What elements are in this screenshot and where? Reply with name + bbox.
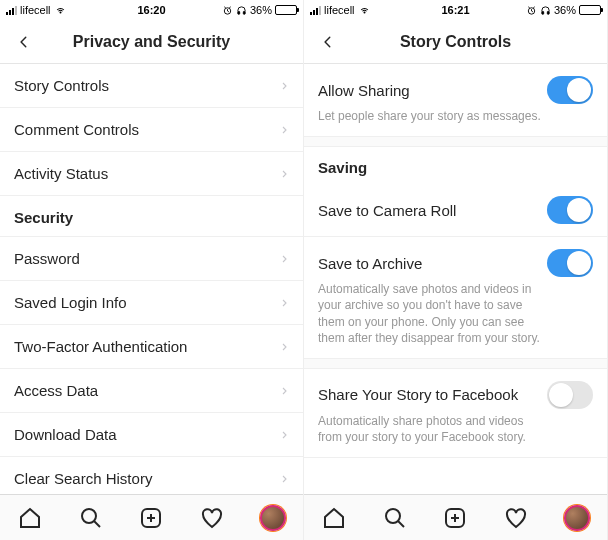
row-story-controls[interactable]: Story Controls — [0, 64, 303, 108]
settings-list: Allow Sharing Let people share your stor… — [304, 64, 607, 494]
back-button[interactable] — [312, 20, 344, 63]
row-label: Two-Factor Authentication — [14, 338, 280, 355]
home-icon — [322, 506, 346, 530]
chevron-right-icon — [280, 79, 289, 93]
home-icon — [18, 506, 42, 530]
nav-home[interactable] — [321, 505, 347, 531]
row-title: Share Your Story to Facebook — [318, 386, 518, 403]
chevron-right-icon — [280, 472, 289, 486]
toggle-allow-sharing[interactable] — [547, 76, 593, 104]
chevron-left-icon — [321, 32, 335, 52]
battery-icon — [275, 5, 297, 15]
screen-privacy: lifecell 16:20 36% Privacy and Security … — [0, 0, 304, 540]
screen-story-controls: lifecell 16:21 36% Story Controls Allow … — [304, 0, 608, 540]
nav-profile[interactable] — [260, 505, 286, 531]
row-label: Activity Status — [14, 165, 280, 182]
search-icon — [79, 506, 103, 530]
battery-icon — [579, 5, 601, 15]
row-label: Access Data — [14, 382, 280, 399]
bottom-nav — [304, 494, 607, 540]
row-save-camera-roll: Save to Camera Roll — [304, 184, 607, 237]
nav-search[interactable] — [382, 505, 408, 531]
page-title: Story Controls — [400, 33, 511, 51]
toggle-save-camera[interactable] — [547, 196, 593, 224]
settings-list: Story Controls Comment Controls Activity… — [0, 64, 303, 494]
chevron-right-icon — [280, 167, 289, 181]
nav-activity[interactable] — [503, 505, 529, 531]
heart-icon — [200, 506, 224, 530]
section-saving: Saving — [304, 147, 607, 184]
nav-home[interactable] — [17, 505, 43, 531]
row-comment-controls[interactable]: Comment Controls — [0, 108, 303, 152]
row-share-facebook: Share Your Story to Facebook Automatical… — [304, 369, 607, 458]
row-label: Comment Controls — [14, 121, 280, 138]
status-bar: lifecell 16:20 36% — [0, 0, 303, 20]
header: Story Controls — [304, 20, 607, 64]
avatar — [564, 505, 590, 531]
svg-line-5 — [94, 521, 100, 527]
clock: 16:21 — [304, 4, 607, 16]
row-title: Save to Archive — [318, 255, 422, 272]
row-allow-sharing: Allow Sharing Let people share your stor… — [304, 64, 607, 137]
row-subtitle: Automatically save photos and videos in … — [318, 281, 593, 346]
svg-line-14 — [398, 521, 404, 527]
chevron-right-icon — [280, 340, 289, 354]
header: Privacy and Security — [0, 20, 303, 64]
row-subtitle: Let people share your story as messages. — [318, 108, 593, 124]
row-title: Allow Sharing — [318, 82, 410, 99]
row-password[interactable]: Password — [0, 237, 303, 281]
plus-square-icon — [443, 506, 467, 530]
section-gap — [304, 359, 607, 369]
toggle-share-facebook[interactable] — [547, 381, 593, 409]
row-label: Password — [14, 250, 280, 267]
nav-add[interactable] — [442, 505, 468, 531]
section-gap — [304, 137, 607, 147]
svg-point-4 — [82, 509, 96, 523]
row-save-archive: Save to Archive Automatically save photo… — [304, 237, 607, 359]
row-two-factor[interactable]: Two-Factor Authentication — [0, 325, 303, 369]
chevron-right-icon — [280, 428, 289, 442]
back-button[interactable] — [8, 20, 40, 63]
svg-point-13 — [386, 509, 400, 523]
nav-profile[interactable] — [564, 505, 590, 531]
row-access-data[interactable]: Access Data — [0, 369, 303, 413]
chevron-right-icon — [280, 384, 289, 398]
row-label: Download Data — [14, 426, 280, 443]
row-activity-status[interactable]: Activity Status — [0, 152, 303, 196]
row-subtitle: Automatically share photos and videos fr… — [318, 413, 593, 445]
row-label: Story Controls — [14, 77, 280, 94]
search-icon — [383, 506, 407, 530]
toggle-save-archive[interactable] — [547, 249, 593, 277]
row-saved-login[interactable]: Saved Login Info — [0, 281, 303, 325]
row-download-data[interactable]: Download Data — [0, 413, 303, 457]
row-label: Saved Login Info — [14, 294, 280, 311]
section-security: Security — [0, 196, 303, 237]
nav-search[interactable] — [78, 505, 104, 531]
nav-activity[interactable] — [199, 505, 225, 531]
avatar — [260, 505, 286, 531]
chevron-right-icon — [280, 296, 289, 310]
chevron-left-icon — [17, 32, 31, 52]
clock: 16:20 — [0, 4, 303, 16]
row-label: Clear Search History — [14, 470, 280, 487]
row-title: Save to Camera Roll — [318, 202, 456, 219]
chevron-right-icon — [280, 123, 289, 137]
row-clear-search[interactable]: Clear Search History — [0, 457, 303, 494]
nav-add[interactable] — [138, 505, 164, 531]
page-title: Privacy and Security — [73, 33, 230, 51]
status-bar: lifecell 16:21 36% — [304, 0, 607, 20]
plus-square-icon — [139, 506, 163, 530]
chevron-right-icon — [280, 252, 289, 266]
heart-icon — [504, 506, 528, 530]
bottom-nav — [0, 494, 303, 540]
